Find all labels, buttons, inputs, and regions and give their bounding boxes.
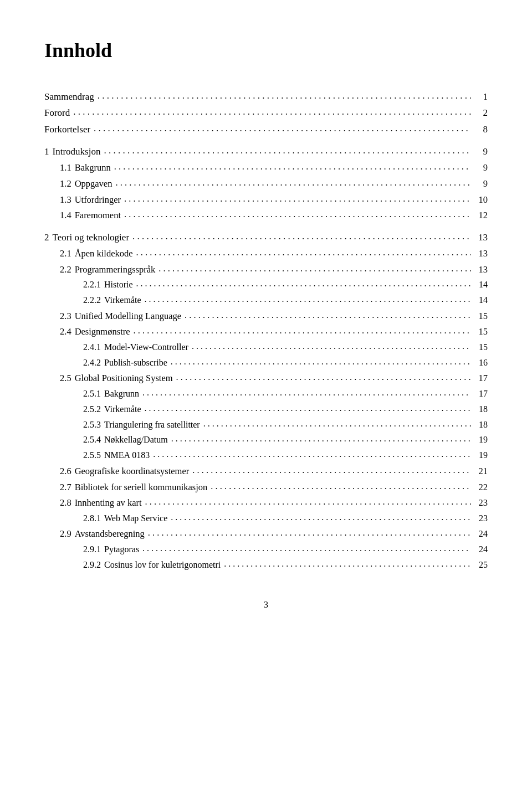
toc-label: Publish-subscribe (104, 356, 167, 370)
toc-dots (134, 323, 471, 338)
toc-page: 15 (474, 341, 488, 354)
toc-dots (211, 479, 471, 494)
toc-number: 2.8 (60, 496, 71, 510)
toc-page: 22 (474, 480, 488, 495)
toc-number: 2.4.1 (83, 341, 101, 354)
toc-entry-2-4: 2.4 Designmønstre 15 (44, 325, 488, 339)
toc-number: 2.5.5 (83, 449, 101, 462)
toc-dots (176, 370, 471, 384)
toc-entry-2-7: 2.7 Bibliotek for seriell kommunikasjon … (44, 480, 488, 495)
toc-number: 2 (44, 230, 49, 245)
toc-dots (203, 417, 471, 431)
toc-page: 21 (474, 464, 488, 479)
toc-page: 23 (474, 512, 488, 526)
toc-dots (145, 402, 471, 415)
toc-label: Nøkkellag/Datum (104, 433, 168, 447)
toc-dots (132, 229, 471, 244)
toc-entry-section2: 2 Teori og teknologier 13 (44, 230, 488, 245)
toc-page: 15 (474, 325, 488, 339)
toc-number: 1.2 (60, 177, 71, 191)
toc-dots (142, 386, 471, 400)
toc-page: 2 (474, 106, 488, 120)
toc-label: Forkortelser (44, 122, 90, 137)
toc-dots (114, 160, 471, 174)
toc-label: Introduksjon (53, 145, 101, 159)
toc-number: 2.7 (60, 480, 71, 495)
toc-number: 2.5.1 (83, 387, 101, 401)
toc-entry-2-5-4: 2.5.4 Nøkkellag/Datum 19 (44, 433, 488, 447)
toc-entry-2-5-2: 2.5.2 Virkemåte 18 (44, 403, 488, 417)
toc-entry-2-5: 2.5 Global Positioning System 17 (44, 371, 488, 386)
toc-label: Sammendrag (44, 90, 94, 104)
toc-label: Unified Modelling Language (75, 309, 181, 323)
toc-number: 2.5 (60, 371, 71, 386)
toc-number: 1.3 (60, 193, 71, 207)
page-number: 3 (44, 600, 488, 610)
toc-dots (224, 557, 471, 571)
toc-label: Avstandsberegning (75, 527, 145, 541)
toc-label: Model-View-Controller (104, 341, 188, 354)
toc-number: 2.2.2 (83, 294, 101, 307)
toc-number: 2.2 (60, 263, 71, 277)
toc-entry-1-3: 1.3 Utfordringer 10 (44, 193, 488, 207)
toc-dots (171, 511, 471, 525)
toc-entry-2-2: 2.2 Programmeringsspråk 13 (44, 263, 488, 277)
toc-dots (153, 448, 471, 461)
toc-number: 2.9.1 (83, 543, 101, 557)
toc-number: 2.3 (60, 309, 71, 323)
toc-page: 15 (474, 309, 488, 323)
toc-number: 1 (44, 145, 49, 159)
toc-dots (73, 105, 471, 119)
toc-page: 13 (474, 246, 488, 261)
page-title: Innhold (44, 39, 488, 62)
toc-dots (185, 308, 471, 322)
toc-entry-2-9-2: 2.9.2 Cosinus lov for kuletrigonometri 2… (44, 558, 488, 572)
toc-page: 17 (474, 371, 488, 386)
toc-number: 2.5.2 (83, 403, 101, 417)
toc-label: Historie (104, 278, 133, 292)
toc-label: Bakgrunn (75, 161, 111, 175)
toc-dots (142, 542, 471, 556)
toc-entry-2-3: 2.3 Unified Modelling Language 15 (44, 309, 488, 323)
toc-entry-2-9: 2.9 Avstandsberegning 24 (44, 527, 488, 541)
toc-page: 14 (474, 278, 488, 292)
toc-number: 2.4 (60, 325, 71, 339)
toc-entry-2-4-1: 2.4.1 Model-View-Controller 15 (44, 341, 488, 354)
toc-page: 24 (474, 527, 488, 541)
toc-number: 2.9.2 (83, 558, 101, 572)
toc-entry-2-5-3: 2.5.3 Triangulering fra satellitter 18 (44, 418, 488, 432)
toc-entry-1-4: 1.4 Faremoment 12 (44, 208, 488, 223)
toc-label: Designmønstre (75, 325, 130, 339)
toc-dots (136, 277, 471, 291)
toc-label: Innhenting av kart (75, 496, 142, 510)
toc-page: 18 (474, 418, 488, 432)
toc-label: Bibliotek for seriell kommunikasjon (75, 480, 208, 495)
toc-label: Åpen kildekode (75, 246, 133, 261)
toc-dots (136, 245, 471, 260)
toc-dots (124, 192, 471, 206)
toc-label: Faremoment (75, 208, 121, 223)
toc-dots (124, 207, 471, 222)
toc-number: 2.5.3 (83, 418, 101, 432)
toc-number: 1.4 (60, 208, 71, 223)
toc-entry-2-9-1: 2.9.1 Pytagoras 24 (44, 543, 488, 557)
toc-label: Programmeringsspråk (75, 263, 156, 277)
toc-page: 9 (474, 145, 488, 159)
toc-number: 2.2.1 (83, 278, 101, 292)
toc-label: Cosinus lov for kuletrigonometri (104, 558, 221, 572)
toc-dots (115, 176, 471, 190)
toc-label: Triangulering fra satellitter (104, 418, 200, 432)
toc-page: 9 (474, 177, 488, 191)
toc-page: 16 (474, 356, 488, 370)
toc-page: 10 (474, 193, 488, 207)
toc-label: Teori og teknologier (53, 230, 130, 245)
toc-entry-2-6: 2.6 Geografiske koordinatsystemer 21 (44, 464, 488, 479)
toc-page: 13 (474, 263, 488, 277)
toc-dots (94, 121, 471, 136)
toc-entry-1-1: 1.1 Bakgrunn 9 (44, 161, 488, 175)
toc-dots (192, 463, 471, 477)
toc-page: 19 (474, 449, 488, 462)
toc-number: 2.5.4 (83, 433, 101, 447)
toc-entry-section1: 1 Introduksjon 9 (44, 145, 488, 159)
toc-page: 9 (474, 161, 488, 175)
